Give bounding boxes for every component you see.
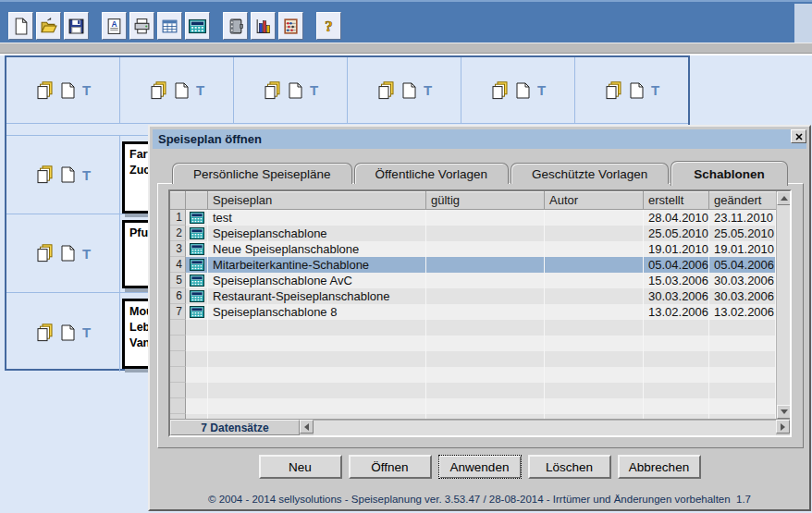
neu-button[interactable]: Neu	[259, 455, 342, 479]
loeschen-button[interactable]: Löschen	[528, 455, 611, 479]
anwenden-button[interactable]: Anwenden	[438, 455, 522, 479]
new-plan-icon[interactable]	[630, 82, 644, 99]
new-plan-icon[interactable]	[289, 82, 302, 99]
column-header-autor[interactable]: Autor	[545, 191, 644, 210]
table-cell	[186, 304, 208, 320]
table-row[interactable]: 3Neue Speiseplanschablone19.01.201019.01…	[170, 241, 776, 257]
new-document-icon	[12, 18, 30, 35]
toolbar-button-new[interactable]	[8, 12, 33, 40]
table-cell: 13.02.2006	[709, 304, 776, 320]
table-cell	[426, 304, 545, 320]
copy-plan-icon[interactable]	[263, 81, 281, 100]
text-mode-button[interactable]: T	[537, 82, 546, 98]
horizontal-scroll-track[interactable]	[314, 420, 776, 435]
table-row-empty	[170, 383, 776, 398]
toolbar-button-meal-plan[interactable]	[185, 12, 210, 40]
toolbar-button-notebook[interactable]	[223, 12, 248, 40]
tab-persoenliche-speiseplaene[interactable]: Persönliche Speisepläne	[172, 163, 352, 184]
scroll-left-button[interactable]	[300, 420, 314, 434]
table-row[interactable]: 7Speiseplanschablone 813.02.200613.02.20…	[170, 304, 776, 320]
table-cell	[709, 383, 776, 398]
column-header-gueltig[interactable]: gültig	[426, 191, 545, 210]
table-row[interactable]: 2Speiseplanschablone25.05.201025.05.2010	[170, 226, 776, 241]
new-plan-icon[interactable]	[61, 166, 75, 183]
table-row[interactable]: 4Mitarbeiterkantine-Schablone05.04.20060…	[170, 257, 776, 273]
text-mode-button[interactable]: T	[82, 167, 91, 183]
table-row[interactable]: 6Restaurant-Speiseplanschablone30.03.200…	[170, 288, 776, 304]
table-row[interactable]: 1test28.04.201023.11.2010	[170, 210, 776, 226]
meal-plan-icon	[190, 227, 204, 239]
vertical-scrollbar[interactable]	[776, 191, 790, 419]
toolbar-button-open[interactable]	[36, 12, 61, 40]
table-cell	[208, 336, 426, 351]
row-number-cell	[170, 351, 186, 367]
table-cell: Speiseplanschablone AvC	[208, 273, 426, 288]
toolbar-button-help[interactable]: ?	[316, 12, 341, 40]
grid-cell: T	[120, 57, 234, 123]
new-plan-icon[interactable]	[61, 82, 75, 99]
tab-schablonen[interactable]: Schablonen	[671, 161, 788, 186]
table-cell	[709, 367, 776, 383]
new-plan-icon[interactable]	[61, 324, 75, 341]
copy-plan-icon[interactable]	[376, 81, 395, 100]
scroll-down-button[interactable]	[777, 405, 790, 419]
table-cell: 30.03.2006	[644, 288, 709, 304]
toolbar-button-table[interactable]	[157, 12, 182, 40]
copy-plan-icon[interactable]	[149, 81, 167, 100]
new-plan-icon[interactable]	[61, 245, 75, 262]
copy-plan-icon[interactable]	[35, 244, 54, 263]
help-icon: ?	[320, 18, 338, 35]
toolbar-button-print[interactable]	[129, 12, 154, 40]
table-cell	[545, 226, 644, 241]
scroll-right-button[interactable]	[776, 420, 790, 434]
column-header-geaendert[interactable]: geändert	[709, 191, 776, 210]
text-mode-button[interactable]: T	[651, 82, 659, 98]
toolbar-button-preview[interactable]: A	[102, 12, 127, 40]
table-cell	[709, 320, 776, 336]
scroll-up-button[interactable]	[777, 191, 790, 205]
table-cell	[545, 367, 644, 383]
toolbar-button-save[interactable]	[64, 12, 89, 40]
text-mode-button[interactable]: T	[424, 82, 432, 98]
copy-plan-icon[interactable]	[35, 165, 54, 184]
toolbar-button-statistics[interactable]	[251, 12, 276, 40]
oeffnen-button[interactable]: Öffnen	[349, 455, 432, 479]
table-row[interactable]: 5Speiseplanschablone AvC15.03.200630.03.…	[170, 273, 776, 288]
table-cell	[186, 367, 208, 383]
table-cell	[208, 351, 426, 367]
table-cell	[426, 383, 545, 398]
tab-oeffentliche-vorlagen[interactable]: Öffentliche Vorlagen	[354, 163, 509, 184]
table-cell: 30.03.2006	[709, 288, 776, 304]
meal-plan-icon	[190, 259, 204, 271]
text-mode-button[interactable]: T	[310, 82, 318, 98]
toolbar-button-abacus[interactable]	[278, 12, 303, 40]
table-cell: 19.01.2010	[644, 241, 709, 257]
abbrechen-button[interactable]: Abbrechen	[618, 455, 701, 479]
vertical-scroll-track[interactable]	[777, 205, 790, 405]
column-header-speiseplan[interactable]: Speiseplan	[208, 191, 426, 210]
table-cell	[545, 320, 644, 336]
text-mode-button[interactable]: T	[82, 82, 91, 98]
text-mode-button[interactable]: T	[196, 82, 204, 98]
copy-plan-icon[interactable]	[490, 81, 509, 100]
tab-geschuetzte-vorlagen[interactable]: Geschützte Vorlagen	[511, 163, 669, 184]
dialog-close-button[interactable]	[791, 129, 806, 143]
meal-plan-icon	[190, 275, 204, 287]
arrow-right-icon	[781, 423, 785, 431]
table-cell	[709, 336, 776, 351]
copy-plan-icon[interactable]	[35, 81, 54, 100]
text-mode-button[interactable]: T	[82, 246, 91, 262]
table-cell	[545, 304, 644, 320]
new-plan-icon[interactable]	[516, 82, 530, 99]
text-mode-button[interactable]: T	[82, 324, 91, 340]
new-plan-icon[interactable]	[402, 82, 416, 99]
table-cell	[426, 336, 545, 351]
table-cell	[426, 241, 545, 257]
row-number-cell	[170, 398, 186, 414]
column-header-icon[interactable]	[186, 191, 208, 210]
column-header-erstellt[interactable]: erstellt	[644, 191, 709, 210]
new-plan-icon[interactable]	[175, 82, 189, 99]
copy-plan-icon[interactable]	[604, 81, 622, 100]
column-header-rownum[interactable]	[170, 191, 186, 210]
copy-plan-icon[interactable]	[35, 324, 54, 342]
